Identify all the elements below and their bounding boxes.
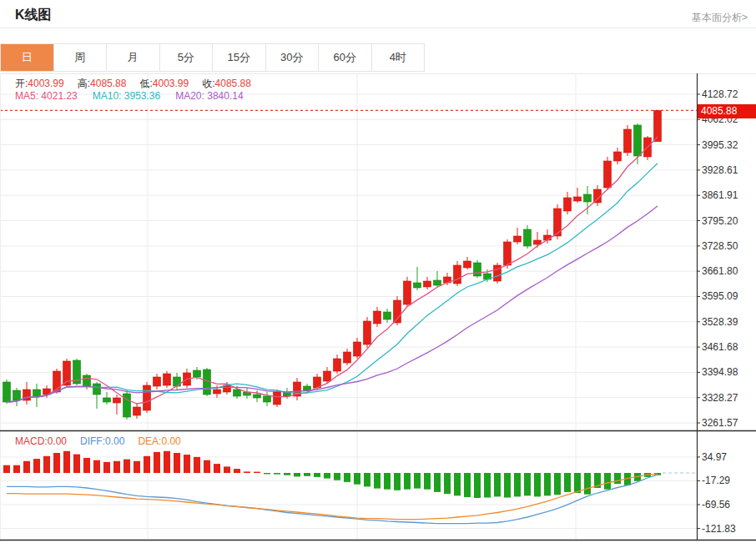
open-value: 开:4003.99: [15, 77, 64, 91]
svg-text:-121.83: -121.83: [702, 523, 736, 535]
svg-text:3261.57: 3261.57: [702, 417, 738, 429]
close-value: 收:4085.88: [202, 77, 251, 91]
svg-text:-69.56: -69.56: [702, 499, 730, 510]
low-value: 低:4003.99: [139, 77, 189, 91]
svg-text:3795.20: 3795.20: [702, 215, 738, 227]
tab-4hour[interactable]: 4时: [372, 44, 425, 71]
svg-text:-17.29: -17.29: [702, 475, 730, 486]
dea-value: DEA:0.00: [138, 435, 180, 447]
tab-month[interactable]: 月: [107, 44, 160, 71]
svg-text:3928.61: 3928.61: [702, 164, 738, 176]
kline-app: K线图 基本面分析> 日 周 月 5分 15分 30分 60分 4时 开:400…: [0, 0, 756, 543]
svg-text:3661.80: 3661.80: [702, 265, 738, 277]
macd-values-row: MACD:0.00 DIFF:0.00 DEA:0.00: [15, 435, 181, 447]
tab-week[interactable]: 周: [54, 44, 108, 71]
candlesticks: [3, 110, 662, 420]
svg-text:4128.72: 4128.72: [702, 88, 738, 100]
svg-text:3595.09: 3595.09: [702, 290, 738, 302]
diff-value: DIFF:0.00: [80, 435, 124, 447]
ma10-value: MA10: 3953.36: [93, 90, 160, 102]
chart-frame: [0, 73, 756, 540]
high-value: 高:4085.88: [78, 77, 127, 91]
ma5-value: MA5: 4021.23: [15, 90, 78, 102]
svg-text:3461.68: 3461.68: [702, 341, 738, 353]
tab-5min[interactable]: 5分: [160, 44, 214, 71]
svg-text:3394.98: 3394.98: [702, 366, 738, 378]
current-price-tag: 4085.88: [698, 104, 756, 118]
ma5-line: [7, 137, 658, 404]
price-axis-labels: 4128.724062.023995.323928.613861.913795.…: [697, 88, 738, 535]
svg-text:3861.91: 3861.91: [702, 189, 738, 201]
tab-60min[interactable]: 60分: [319, 44, 372, 71]
svg-text:3995.32: 3995.32: [702, 139, 738, 151]
tab-30min[interactable]: 30分: [266, 44, 320, 71]
ma-row: MA5: 4021.23 MA10: 3953.36 MA20: 3840.14: [15, 90, 244, 102]
macd-histogram: [3, 451, 661, 498]
timeframe-tabbar: 日 周 月 5分 15分 30分 60分 4时: [0, 43, 425, 72]
ohlc-row: 开:4003.99 高:4085.88 低:4003.99 收:4085.88: [15, 77, 251, 91]
tab-15min[interactable]: 15分: [213, 44, 266, 71]
ma20-value: MA20: 3840.14: [175, 90, 243, 102]
svg-text:3328.27: 3328.27: [702, 392, 738, 404]
ma10-line: [7, 163, 658, 402]
macd-value: MACD:0.00: [15, 435, 67, 447]
svg-text:3728.50: 3728.50: [702, 240, 738, 252]
svg-text:34.97: 34.97: [702, 451, 727, 463]
svg-text:3528.39: 3528.39: [702, 316, 738, 328]
tab-day[interactable]: 日: [1, 44, 54, 71]
